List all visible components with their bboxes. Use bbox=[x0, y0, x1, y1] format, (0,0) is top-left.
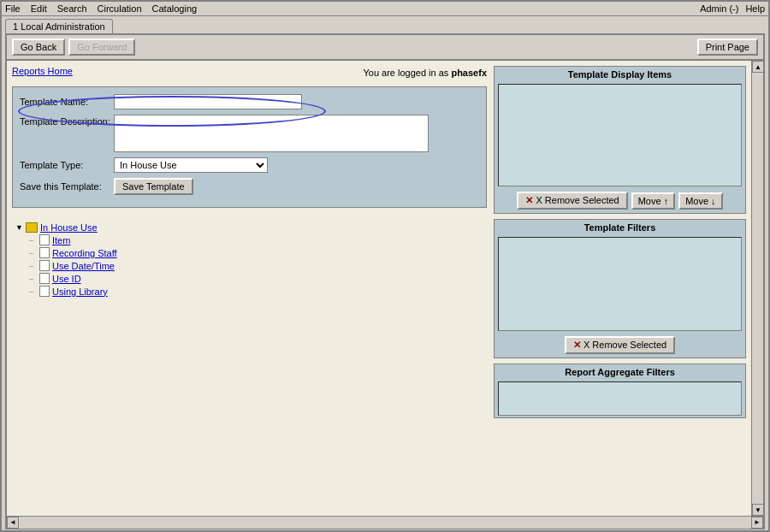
menu-search[interactable]: Search bbox=[57, 3, 87, 14]
scroll-up-button[interactable]: ▲ bbox=[752, 61, 763, 73]
tabbar: 1 Local Administration bbox=[2, 16, 768, 33]
tree-link-datetime[interactable]: Use Date/Time bbox=[52, 261, 115, 271]
tree-dash-datetime: – bbox=[29, 262, 38, 270]
tree-item-in-house-use[interactable]: In House Use bbox=[40, 222, 98, 233]
template-description-label: Template Description: bbox=[20, 115, 114, 127]
menubar-right: Admin (-) Help bbox=[700, 3, 765, 14]
tree-dash-use-id: – bbox=[29, 275, 38, 283]
bottom-scrollbar: ◄ ► bbox=[7, 516, 763, 528]
filters-list[interactable] bbox=[498, 237, 742, 331]
display-items-list[interactable] bbox=[498, 84, 742, 186]
template-name-input[interactable] bbox=[114, 94, 302, 109]
filters-buttons: ✕ X Remove Selected bbox=[495, 333, 745, 358]
tree-link-recording[interactable]: Recording Staff bbox=[52, 248, 117, 258]
move-down-button[interactable]: Move ↓ bbox=[678, 192, 722, 210]
print-page-button[interactable]: Print Page bbox=[697, 38, 758, 56]
tree-item-recording: – Recording Staff bbox=[29, 246, 483, 259]
reports-home-link[interactable]: Reports Home bbox=[12, 66, 73, 76]
doc-icon-use-id bbox=[39, 273, 50, 284]
aggregate-section: Report Aggregate Filters bbox=[494, 364, 746, 418]
scroll-down-button[interactable]: ▼ bbox=[752, 504, 763, 516]
tree-dash-item: – bbox=[29, 236, 38, 245]
right-panel: Template Display Items ✕ X Remove Select… bbox=[494, 66, 746, 511]
x-icon: ✕ bbox=[525, 195, 533, 205]
go-forward-button[interactable]: Go Forward bbox=[68, 38, 135, 56]
main-window: Go Back Go Forward Print Page Reports Ho… bbox=[5, 33, 765, 529]
menu-file[interactable]: File bbox=[5, 3, 21, 14]
tree-arrow-root[interactable]: ▼ bbox=[15, 223, 24, 232]
doc-icon-recording bbox=[39, 247, 50, 258]
toolbar: Go Back Go Forward Print Page bbox=[7, 35, 763, 61]
form-area: Template Name: Template Description: Tem… bbox=[12, 86, 487, 208]
save-template-label: Save this Template: bbox=[20, 181, 114, 192]
template-type-row: Template Type: In House Use bbox=[20, 157, 479, 173]
template-type-label: Template Type: bbox=[20, 160, 114, 170]
tree-item-row: – Item bbox=[29, 233, 483, 246]
tree-item-use-datetime: – Use Date/Time bbox=[29, 259, 483, 272]
filters-section: Template Filters ✕ X Remove Selected bbox=[494, 219, 746, 358]
username: phasefx bbox=[451, 68, 487, 78]
menu-help[interactable]: Help bbox=[745, 3, 765, 14]
menu-circulation[interactable]: Circulation bbox=[98, 3, 142, 14]
x-icon-filters: ✕ bbox=[573, 340, 581, 350]
tab-local-administration[interactable]: 1 Local Administration bbox=[5, 19, 113, 33]
menu-cataloging[interactable]: Cataloging bbox=[152, 3, 198, 14]
template-description-input[interactable] bbox=[114, 115, 429, 152]
scroll-track bbox=[752, 73, 763, 504]
remove-selected-label: X Remove Selected bbox=[536, 195, 619, 205]
tree-link-use-id[interactable]: Use ID bbox=[52, 274, 81, 284]
tree-item-using-library: – Using Library bbox=[29, 285, 483, 298]
tree-children: – Item – Recording Staff – bbox=[29, 233, 483, 298]
aggregate-title: Report Aggregate Filters bbox=[495, 364, 745, 380]
tree-link-item[interactable]: Item bbox=[52, 235, 70, 245]
tree-dash-recording: – bbox=[29, 249, 38, 257]
tree-item-use-id: – Use ID bbox=[29, 272, 483, 285]
doc-icon-item bbox=[39, 234, 50, 245]
remove-selected-filters-button[interactable]: ✕ X Remove Selected bbox=[565, 336, 675, 354]
save-template-button[interactable]: Save Template bbox=[114, 178, 193, 195]
tree-root: ▼ In House Use bbox=[15, 222, 483, 233]
content-body: Reports Home You are logged in as phasef… bbox=[7, 61, 751, 516]
display-items-section: Template Display Items ✕ X Remove Select… bbox=[494, 66, 746, 214]
filters-title: Template Filters bbox=[495, 220, 745, 235]
template-description-row: Template Description: bbox=[20, 115, 479, 152]
tree-dash-library: – bbox=[29, 287, 38, 296]
page-scrollbar: ▲ ▼ bbox=[751, 61, 763, 516]
save-template-row: Save this Template: Save Template bbox=[20, 178, 479, 195]
h-scroll-track bbox=[19, 517, 751, 529]
display-items-buttons: ✕ X Remove Selected Move ↑ Move ↓ bbox=[495, 188, 745, 213]
template-name-label: Template Name: bbox=[20, 97, 114, 107]
menu-admin[interactable]: Admin (-) bbox=[700, 3, 738, 14]
template-name-row: Template Name: bbox=[20, 94, 479, 109]
aggregate-list[interactable] bbox=[498, 381, 742, 416]
menubar-left: File Edit Search Circulation Cataloging bbox=[5, 3, 197, 14]
move-up-button[interactable]: Move ↑ bbox=[631, 192, 675, 210]
left-panel: Reports Home You are logged in as phasef… bbox=[12, 66, 487, 511]
filters-remove-label: X Remove Selected bbox=[583, 340, 666, 350]
tree-link-library[interactable]: Using Library bbox=[52, 287, 108, 297]
doc-icon-library bbox=[39, 286, 50, 297]
go-back-button[interactable]: Go Back bbox=[12, 38, 65, 56]
scroll-right-button[interactable]: ► bbox=[751, 517, 763, 529]
menubar: File Edit Search Circulation Cataloging … bbox=[2, 2, 768, 16]
folder-icon bbox=[26, 222, 38, 233]
scroll-left-button[interactable]: ◄ bbox=[7, 517, 19, 529]
template-type-select[interactable]: In House Use bbox=[114, 157, 268, 173]
logged-in-text: You are logged in as phasefx bbox=[363, 68, 487, 78]
toolbar-left: Go Back Go Forward bbox=[12, 38, 135, 56]
tree-area: ▼ In House Use – Item bbox=[12, 218, 487, 301]
doc-icon-datetime bbox=[39, 260, 50, 271]
menu-edit[interactable]: Edit bbox=[31, 3, 47, 14]
remove-selected-display-button[interactable]: ✕ X Remove Selected bbox=[517, 192, 627, 210]
display-items-title: Template Display Items bbox=[495, 67, 745, 82]
